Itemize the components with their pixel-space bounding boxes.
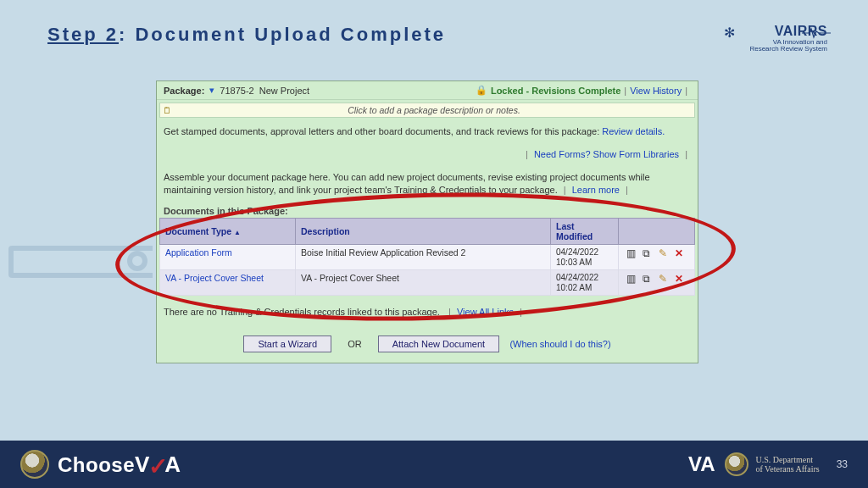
dept-text: U.S. Departmentof Veterans Affairs (755, 455, 819, 474)
need-forms-link[interactable]: Need Forms? Show Form Libraries (534, 149, 679, 159)
watermark-shape (127, 251, 147, 271)
doc-actions: ▥ ⧉ ✎ ✕ (619, 245, 695, 270)
or-label: OR (334, 339, 376, 349)
va-mark: VA (688, 452, 715, 476)
edit-icon[interactable]: ✎ (657, 247, 669, 259)
va-seal-icon (20, 450, 49, 479)
package-label: Package: (164, 86, 204, 96)
vairrs-sub2: Research Review System (749, 46, 827, 53)
table-row: VA - Project Cover Sheet VA - Project Co… (160, 270, 695, 296)
th-last-modified[interactable]: Last Modified (551, 219, 619, 245)
view-history-link[interactable]: View History (630, 86, 682, 96)
delete-icon[interactable]: ✕ (673, 247, 685, 259)
vairrs-node-icon: ✻ (724, 25, 735, 41)
vairrs-logo: ✻ VAIRRS VA Innovation and Research Revi… (734, 24, 827, 53)
page-title: Step 2: Document Upload Complete (47, 24, 446, 46)
choose-va-logo: Choose V✓A (58, 452, 181, 478)
page-icon[interactable]: ▥ (625, 273, 637, 285)
separator: | (620, 86, 630, 96)
stamped-info: Get stamped documents, approval letters … (157, 120, 698, 143)
slide-footer: Choose V✓A VA U.S. Departmentof Veterans… (0, 441, 868, 488)
doc-desc: VA - Project Cover Sheet (296, 270, 551, 296)
package-panel: Package: ▾ 71875-2 New Project 🔒 Locked … (156, 80, 698, 363)
page-number: 33 (837, 458, 848, 470)
separator: | (682, 86, 691, 96)
assemble-info: Assemble your document package here. You… (157, 166, 698, 202)
th-document-type[interactable]: Document Type ▲ (160, 219, 296, 245)
lock-icon: 🔒 (476, 85, 487, 96)
package-dropdown-icon[interactable]: ▾ (209, 85, 214, 96)
package-name: New Project (259, 86, 309, 96)
page-icon[interactable]: ▥ (625, 247, 637, 259)
step-label: Step 2 (47, 24, 119, 45)
title-rest: : Document Upload Complete (119, 24, 446, 45)
doc-actions: ▥ ⧉ ✎ ✕ (619, 270, 695, 296)
when-should-link[interactable]: (When should I do this?) (509, 339, 610, 349)
no-training-text: There are no Training & Credentials reco… (164, 307, 440, 317)
delete-icon[interactable]: ✕ (673, 273, 685, 285)
doc-modified: 04/24/202210:03 AM (551, 245, 619, 270)
learn-more-link[interactable]: Learn more (572, 185, 620, 195)
copy-icon[interactable]: ⧉ (641, 273, 653, 285)
docs-in-package-label: Documents in this Package: (157, 201, 698, 218)
start-wizard-button[interactable]: Start a Wizard (243, 336, 331, 352)
review-details-link[interactable]: Review details. (602, 126, 665, 136)
doc-desc: Boise Initial Review Application Revised… (296, 245, 551, 270)
lock-status: 🔒 Locked - Revisions Complete (476, 85, 620, 96)
view-all-links[interactable]: View All Links (457, 307, 514, 317)
description-bar[interactable]: 🗒 Click to add a package description or … (159, 103, 695, 118)
doc-type-link[interactable]: Application Form (165, 247, 232, 258)
note-icon: 🗒 (160, 106, 174, 115)
doc-modified: 04/24/202210:02 AM (551, 270, 619, 296)
sort-asc-icon: ▲ (234, 229, 241, 236)
copy-icon[interactable]: ⧉ (641, 247, 653, 259)
training-credentials-info: There are no Training & Credentials reco… (157, 301, 698, 324)
documents-table: Document Type ▲ Description Last Modifie… (159, 218, 695, 296)
lock-text: Locked - Revisions Complete (491, 86, 620, 96)
note-placeholder: Click to add a package description or no… (174, 105, 694, 115)
doc-type-link[interactable]: VA - Project Cover Sheet (165, 273, 264, 283)
package-id: 71875-2 (220, 86, 253, 96)
th-description[interactable]: Description (296, 219, 551, 245)
table-row: Application Form Boise Initial Review Ap… (160, 245, 695, 270)
th-actions (619, 219, 695, 245)
checkmark-icon: ✓ (148, 458, 169, 475)
stamped-text: Get stamped documents, approval letters … (164, 126, 599, 136)
edit-icon[interactable]: ✎ (657, 273, 669, 285)
va-seal-icon (725, 452, 748, 476)
vairrs-pulse-icon (802, 27, 831, 39)
attach-new-document-button[interactable]: Attach New Document (378, 336, 499, 352)
